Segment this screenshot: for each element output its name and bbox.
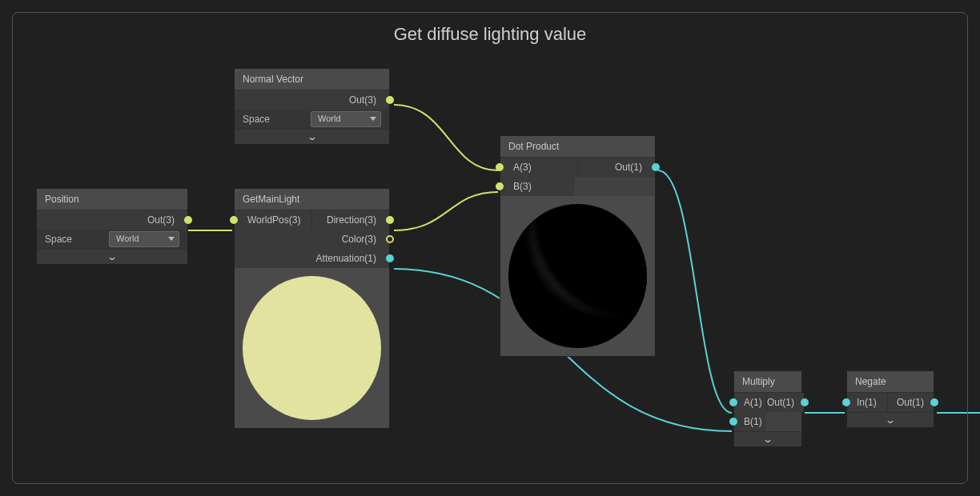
port-multiply-b-in[interactable] [729, 418, 737, 426]
port-label-worldpos: WorldPos(3) [235, 214, 300, 226]
port-label-out: Out(3) [147, 214, 187, 226]
port-label-attenuation: Attenuation(1) [316, 253, 389, 264]
preview-sphere-icon [243, 276, 381, 420]
node-position[interactable]: Position Out(3) Space World ⌄ [36, 188, 188, 265]
chevron-down-icon: ⌄ [885, 414, 896, 426]
port-label-out: Out(3) [349, 94, 389, 106]
port-negate-in[interactable] [842, 398, 850, 406]
param-label-space: Space [243, 114, 270, 125]
collapse-toggle[interactable]: ⌄ [847, 412, 934, 427]
port-label-a: A(1) [734, 397, 762, 408]
node-normal-header[interactable]: Normal Vector [235, 69, 389, 90]
port-gml-worldpos-in[interactable] [230, 216, 238, 224]
port-multiply-a-in[interactable] [729, 398, 737, 406]
port-label-a: A(3) [500, 162, 532, 173]
port-label-b: B(3) [500, 181, 532, 192]
node-multiply[interactable]: Multiply A(1) Out(1) B(1) ⌄ [733, 370, 802, 447]
param-label-space: Space [45, 234, 72, 245]
node-negate-header[interactable]: Negate [847, 371, 934, 393]
node-negate[interactable]: Negate In(1) Out(1) ⌄ [846, 370, 934, 428]
node-preview [235, 268, 389, 428]
dropdown-space[interactable]: World [311, 111, 381, 127]
collapse-toggle[interactable]: ⌄ [37, 249, 187, 264]
port-position-out[interactable] [184, 216, 192, 224]
node-position-header[interactable]: Position [37, 189, 187, 210]
port-label-out: Out(1) [897, 397, 934, 408]
port-label-in: In(1) [847, 397, 877, 408]
port-dot-a-in[interactable] [496, 163, 504, 171]
node-preview [500, 196, 655, 356]
port-gml-attenuation-out[interactable] [386, 254, 394, 262]
port-label-direction: Direction(3) [327, 214, 389, 226]
port-label-color: Color(3) [342, 234, 389, 245]
group-title: Get diffuse lighting value [13, 24, 967, 45]
collapse-toggle[interactable]: ⌄ [734, 431, 801, 446]
port-dot-b-in[interactable] [496, 182, 504, 190]
preview-sphere-icon [508, 204, 647, 348]
dropdown-space[interactable]: World [109, 231, 179, 247]
port-label-out: Out(1) [615, 162, 655, 173]
chevron-down-icon: ⌄ [106, 251, 118, 262]
port-label-out: Out(1) [767, 397, 804, 408]
chevron-down-icon: ⌄ [762, 434, 773, 445]
node-dot-product[interactable]: Dot Product A(3) Out(1) B(3) [500, 135, 656, 357]
port-gml-direction-out[interactable] [386, 216, 394, 224]
port-normal-out[interactable] [386, 96, 394, 104]
collapse-toggle[interactable]: ⌄ [235, 129, 389, 144]
node-multiply-header[interactable]: Multiply [734, 371, 801, 393]
port-label-b: B(1) [734, 416, 762, 427]
node-normal-vector[interactable]: Normal Vector Out(3) Space World ⌄ [234, 68, 390, 145]
chevron-down-icon: ⌄ [307, 131, 318, 142]
port-negate-out[interactable] [930, 398, 938, 406]
port-multiply-out[interactable] [801, 398, 809, 406]
node-getmainlight[interactable]: GetMainLight WorldPos(3) Direction(3) Co… [234, 188, 390, 429]
port-dot-out[interactable] [652, 163, 660, 171]
node-dot-header[interactable]: Dot Product [500, 136, 655, 158]
port-gml-color-out[interactable] [386, 235, 394, 243]
node-gml-header[interactable]: GetMainLight [235, 189, 389, 210]
